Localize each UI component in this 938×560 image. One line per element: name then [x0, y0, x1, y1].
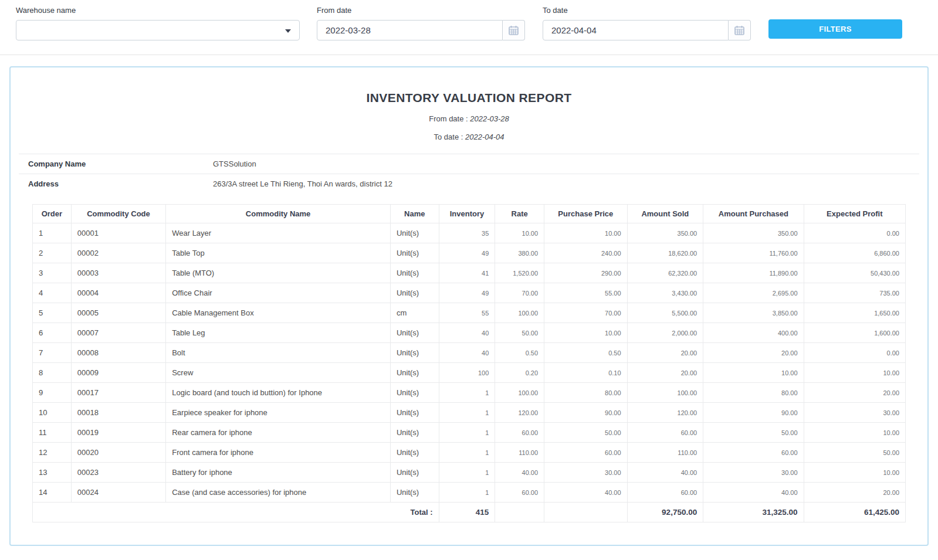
cell: 350.00: [627, 223, 703, 243]
cell: Unit(s): [390, 423, 439, 443]
cell: 10.00: [495, 223, 544, 243]
column-header-commodity-name: Commodity Name: [166, 205, 391, 223]
cell: 350.00: [703, 223, 804, 243]
cell: Table (MTO): [166, 263, 391, 283]
cell: 10.00: [544, 323, 628, 343]
table-row: 400004Office ChairUnit(s)4970.0055.003,4…: [33, 283, 906, 303]
cell: Unit(s): [390, 483, 439, 503]
from-date-calendar-button[interactable]: [503, 20, 525, 40]
filter-bar: Warehouse name From date: [0, 0, 938, 40]
cell: 0.10: [544, 363, 628, 383]
cell: Unit(s): [390, 223, 439, 243]
cell: 10.00: [804, 363, 905, 383]
cell: 10.00: [804, 423, 905, 443]
cell: 5: [33, 303, 72, 323]
cell: 00004: [71, 283, 165, 303]
cell: 5,500.00: [627, 303, 703, 323]
table-total-row: Total :41592,750.0031,325.0061,425.00: [33, 503, 906, 522]
cell: 00017: [71, 383, 165, 403]
from-date-input[interactable]: [317, 20, 503, 40]
cell: 290.00: [544, 263, 628, 283]
cell: 0.50: [495, 343, 544, 363]
cell: 3: [33, 263, 72, 283]
table-row: 1300023Battery for iphoneUnit(s)140.0030…: [33, 463, 906, 483]
cell: Unit(s): [390, 463, 439, 483]
cell: 00018: [71, 403, 165, 423]
report-title: INVENTORY VALUATION REPORT: [11, 91, 927, 105]
from-date-line-value: 2022-03-28: [470, 114, 509, 123]
cell: 120.00: [627, 403, 703, 423]
cell: 100: [439, 363, 495, 383]
warehouse-select[interactable]: [16, 20, 300, 40]
cell: 00009: [71, 363, 165, 383]
cell: 20.00: [627, 343, 703, 363]
address-value: 263/3A street Le Thi Rieng, Thoi An ward…: [213, 179, 392, 188]
filters-button[interactable]: FILTERS: [768, 19, 902, 39]
cell: 55: [439, 303, 495, 323]
total-rate: [495, 503, 544, 522]
cell: 10: [33, 403, 72, 423]
inventory-table-wrap: OrderCommodity CodeCommodity NameNameInv…: [32, 204, 906, 522]
cell: 6: [33, 323, 72, 343]
calendar-icon: [509, 25, 519, 35]
cell: 50.00: [804, 443, 905, 463]
cell: 20.00: [627, 363, 703, 383]
cell: 60.00: [627, 483, 703, 503]
cell: 10.00: [804, 463, 905, 483]
cell: 2,695.00: [703, 283, 804, 303]
cell: 50.00: [703, 423, 804, 443]
cell: 90.00: [544, 403, 628, 423]
cell: Unit(s): [390, 283, 439, 303]
company-name-label: Company Name: [28, 159, 213, 168]
cell: 120.00: [495, 403, 544, 423]
cell: Case (and case accessories) for iphone: [166, 483, 391, 503]
cell: 8: [33, 363, 72, 383]
cell: 0.50: [544, 343, 628, 363]
cell: 100.00: [627, 383, 703, 403]
cell: 00005: [71, 303, 165, 323]
cell: 49: [439, 243, 495, 263]
column-header-amount-sold: Amount Sold: [627, 205, 703, 223]
cell: 60.00: [544, 443, 628, 463]
to-date-line-label: To date :: [434, 133, 463, 141]
cell: Earpiece speaker for iphone: [166, 403, 391, 423]
inventory-table: OrderCommodity CodeCommodity NameNameInv…: [32, 204, 906, 522]
cell: 30.00: [804, 403, 905, 423]
filter-bar-divider: [0, 55, 938, 55]
cell: 10.00: [544, 223, 628, 243]
column-header-rate: Rate: [495, 205, 544, 223]
cell: 100.00: [495, 303, 544, 323]
cell: 00024: [71, 483, 165, 503]
cell: Unit(s): [390, 403, 439, 423]
cell: 20.00: [703, 343, 804, 363]
cell: Unit(s): [390, 243, 439, 263]
column-header-inventory: Inventory: [439, 205, 495, 223]
cell: 3,430.00: [627, 283, 703, 303]
to-date-calendar-button[interactable]: [729, 20, 751, 40]
from-date-filter-group: From date: [317, 6, 525, 40]
cell: Wear Layer: [166, 223, 391, 243]
table-row: 500005Cable Management Boxcm55100.0070.0…: [33, 303, 906, 323]
cell: 7: [33, 343, 72, 363]
cell: 20.00: [804, 383, 905, 403]
report-card: INVENTORY VALUATION REPORT From date : 2…: [9, 66, 929, 546]
cell: cm: [390, 303, 439, 323]
cell: 0.00: [804, 343, 905, 363]
cell: 10.00: [703, 363, 804, 383]
cell: 1: [439, 443, 495, 463]
cell: Screw: [166, 363, 391, 383]
to-date-input[interactable]: [543, 20, 729, 40]
cell: 4: [33, 283, 72, 303]
to-date-label: To date: [543, 6, 751, 15]
cell: Cable Management Box: [166, 303, 391, 323]
cell: 1: [439, 383, 495, 403]
column-header-commodity-code: Commodity Code: [71, 205, 165, 223]
column-header-order: Order: [33, 205, 72, 223]
cell: Unit(s): [390, 263, 439, 283]
cell: 1: [33, 223, 72, 243]
report-from-date-line: From date : 2022-03-28: [11, 114, 927, 123]
table-row: 1100019Rear camera for iphoneUnit(s)160.…: [33, 423, 906, 443]
cell: 60.00: [703, 443, 804, 463]
cell: 735.00: [804, 283, 905, 303]
total-purchase-price: [544, 503, 628, 522]
